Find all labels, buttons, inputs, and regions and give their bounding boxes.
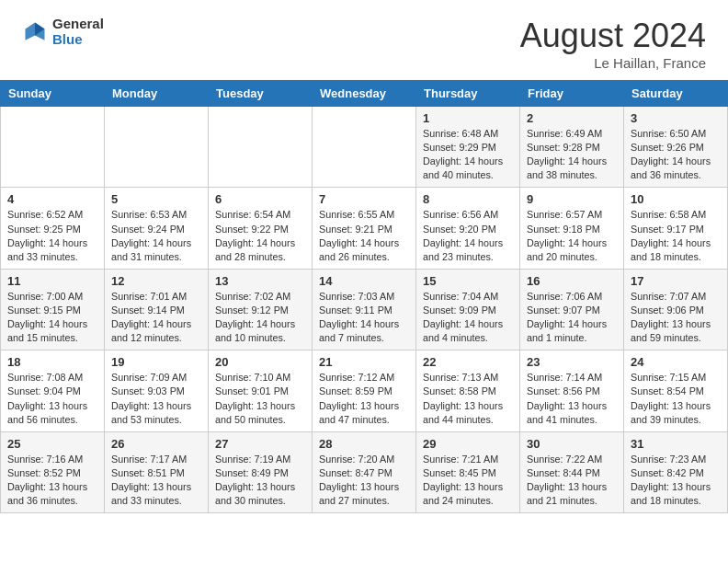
day-number: 27 (215, 437, 305, 451)
day-info: Sunrise: 7:00 AMSunset: 9:15 PMDaylight:… (7, 290, 97, 345)
day-number: 26 (111, 437, 201, 451)
calendar-day-cell: 22Sunrise: 7:13 AMSunset: 8:58 PMDayligh… (416, 350, 520, 431)
calendar-day-cell: 4Sunrise: 6:52 AMSunset: 9:25 PMDaylight… (1, 188, 105, 269)
calendar-day-cell: 26Sunrise: 7:17 AMSunset: 8:51 PMDayligh… (105, 431, 209, 512)
calendar-day-cell: 21Sunrise: 7:12 AMSunset: 8:59 PMDayligh… (313, 350, 416, 431)
day-info: Sunrise: 6:48 AMSunset: 9:29 PMDaylight:… (423, 127, 513, 182)
day-info: Sunrise: 7:14 AMSunset: 8:56 PMDaylight:… (527, 371, 617, 426)
day-info: Sunrise: 7:17 AMSunset: 8:51 PMDaylight:… (111, 453, 201, 508)
logo-blue: Blue (52, 32, 104, 48)
day-info: Sunrise: 7:20 AMSunset: 8:47 PMDaylight:… (319, 453, 409, 508)
calendar-day-cell: 29Sunrise: 7:21 AMSunset: 8:45 PMDayligh… (416, 431, 520, 512)
day-number: 25 (7, 437, 97, 451)
calendar-day-cell (313, 107, 416, 188)
title-area: August 2024 Le Haillan, France (520, 17, 706, 71)
day-info: Sunrise: 7:13 AMSunset: 8:58 PMDaylight:… (423, 371, 513, 426)
calendar-day-cell: 7Sunrise: 6:55 AMSunset: 9:21 PMDaylight… (313, 188, 416, 269)
day-number: 8 (423, 192, 513, 206)
day-info: Sunrise: 7:08 AMSunset: 9:04 PMDaylight:… (7, 371, 97, 426)
calendar-day-cell: 13Sunrise: 7:02 AMSunset: 9:12 PMDayligh… (209, 269, 313, 350)
calendar-day-cell: 6Sunrise: 6:54 AMSunset: 9:22 PMDaylight… (209, 188, 313, 269)
day-number: 21 (319, 355, 409, 369)
calendar-day-cell: 11Sunrise: 7:00 AMSunset: 9:15 PMDayligh… (1, 269, 105, 350)
day-number: 14 (319, 274, 409, 288)
day-number: 23 (527, 355, 617, 369)
day-number: 13 (215, 274, 305, 288)
day-number: 1 (423, 111, 513, 125)
day-info: Sunrise: 7:19 AMSunset: 8:49 PMDaylight:… (215, 453, 305, 508)
calendar-day-cell (105, 107, 209, 188)
day-info: Sunrise: 7:23 AMSunset: 8:42 PMDaylight:… (631, 453, 721, 508)
calendar-day-cell: 25Sunrise: 7:16 AMSunset: 8:52 PMDayligh… (1, 431, 105, 512)
calendar-header-tuesday: Tuesday (209, 81, 313, 107)
day-number: 15 (423, 274, 513, 288)
calendar-day-cell: 12Sunrise: 7:01 AMSunset: 9:14 PMDayligh… (105, 269, 209, 350)
day-number: 5 (111, 192, 201, 206)
calendar-week-row: 18Sunrise: 7:08 AMSunset: 9:04 PMDayligh… (1, 350, 728, 431)
calendar-header-friday: Friday (520, 81, 624, 107)
day-info: Sunrise: 6:49 AMSunset: 9:28 PMDaylight:… (527, 127, 617, 182)
calendar-day-cell: 18Sunrise: 7:08 AMSunset: 9:04 PMDayligh… (1, 350, 105, 431)
day-info: Sunrise: 6:50 AMSunset: 9:26 PMDaylight:… (631, 127, 721, 182)
day-number: 2 (527, 111, 617, 125)
day-info: Sunrise: 6:55 AMSunset: 9:21 PMDaylight:… (319, 208, 409, 263)
calendar-header-saturday: Saturday (624, 81, 728, 107)
day-number: 29 (423, 437, 513, 451)
calendar-day-cell: 27Sunrise: 7:19 AMSunset: 8:49 PMDayligh… (209, 431, 313, 512)
calendar-header-row: SundayMondayTuesdayWednesdayThursdayFrid… (1, 81, 728, 107)
day-number: 7 (319, 192, 409, 206)
day-number: 10 (631, 192, 721, 206)
day-info: Sunrise: 7:21 AMSunset: 8:45 PMDaylight:… (423, 453, 513, 508)
calendar-week-row: 25Sunrise: 7:16 AMSunset: 8:52 PMDayligh… (1, 431, 728, 512)
day-info: Sunrise: 6:54 AMSunset: 9:22 PMDaylight:… (215, 208, 305, 263)
day-info: Sunrise: 7:03 AMSunset: 9:11 PMDaylight:… (319, 290, 409, 345)
day-info: Sunrise: 7:12 AMSunset: 8:59 PMDaylight:… (319, 371, 409, 426)
day-number: 22 (423, 355, 513, 369)
day-info: Sunrise: 6:58 AMSunset: 9:17 PMDaylight:… (631, 208, 721, 263)
day-info: Sunrise: 6:56 AMSunset: 9:20 PMDaylight:… (423, 208, 513, 263)
day-info: Sunrise: 7:06 AMSunset: 9:07 PMDaylight:… (527, 290, 617, 345)
day-number: 18 (7, 355, 97, 369)
calendar-day-cell: 16Sunrise: 7:06 AMSunset: 9:07 PMDayligh… (520, 269, 624, 350)
day-number: 11 (7, 274, 97, 288)
logo: General Blue (22, 17, 104, 47)
location: Le Haillan, France (520, 55, 706, 71)
day-info: Sunrise: 6:53 AMSunset: 9:24 PMDaylight:… (111, 208, 201, 263)
calendar-day-cell: 2Sunrise: 6:49 AMSunset: 9:28 PMDaylight… (520, 107, 624, 188)
calendar-day-cell (209, 107, 313, 188)
day-number: 28 (319, 437, 409, 451)
day-number: 3 (631, 111, 721, 125)
day-info: Sunrise: 7:01 AMSunset: 9:14 PMDaylight:… (111, 290, 201, 345)
calendar-day-cell: 14Sunrise: 7:03 AMSunset: 9:11 PMDayligh… (313, 269, 416, 350)
day-number: 24 (631, 355, 721, 369)
calendar-day-cell: 3Sunrise: 6:50 AMSunset: 9:26 PMDaylight… (624, 107, 728, 188)
calendar-week-row: 11Sunrise: 7:00 AMSunset: 9:15 PMDayligh… (1, 269, 728, 350)
day-info: Sunrise: 7:10 AMSunset: 9:01 PMDaylight:… (215, 371, 305, 426)
calendar-day-cell: 30Sunrise: 7:22 AMSunset: 8:44 PMDayligh… (520, 431, 624, 512)
day-number: 20 (215, 355, 305, 369)
day-info: Sunrise: 7:09 AMSunset: 9:03 PMDaylight:… (111, 371, 201, 426)
calendar-day-cell: 20Sunrise: 7:10 AMSunset: 9:01 PMDayligh… (209, 350, 313, 431)
day-info: Sunrise: 7:22 AMSunset: 8:44 PMDaylight:… (527, 453, 617, 508)
day-number: 19 (111, 355, 201, 369)
day-number: 16 (527, 274, 617, 288)
calendar-header-thursday: Thursday (416, 81, 520, 107)
day-number: 6 (215, 192, 305, 206)
day-info: Sunrise: 6:57 AMSunset: 9:18 PMDaylight:… (527, 208, 617, 263)
calendar-table: SundayMondayTuesdayWednesdayThursdayFrid… (0, 80, 728, 513)
calendar-day-cell: 9Sunrise: 6:57 AMSunset: 9:18 PMDaylight… (520, 188, 624, 269)
day-number: 12 (111, 274, 201, 288)
day-info: Sunrise: 6:52 AMSunset: 9:25 PMDaylight:… (7, 208, 97, 263)
logo-icon (22, 19, 48, 45)
logo-general: General (52, 17, 104, 32)
calendar-day-cell: 23Sunrise: 7:14 AMSunset: 8:56 PMDayligh… (520, 350, 624, 431)
day-info: Sunrise: 7:07 AMSunset: 9:06 PMDaylight:… (631, 290, 721, 345)
day-number: 9 (527, 192, 617, 206)
calendar-day-cell: 15Sunrise: 7:04 AMSunset: 9:09 PMDayligh… (416, 269, 520, 350)
day-number: 31 (631, 437, 721, 451)
calendar-day-cell: 19Sunrise: 7:09 AMSunset: 9:03 PMDayligh… (105, 350, 209, 431)
calendar-day-cell: 24Sunrise: 7:15 AMSunset: 8:54 PMDayligh… (624, 350, 728, 431)
month-title: August 2024 (520, 17, 706, 55)
day-number: 17 (631, 274, 721, 288)
calendar-week-row: 4Sunrise: 6:52 AMSunset: 9:25 PMDaylight… (1, 188, 728, 269)
